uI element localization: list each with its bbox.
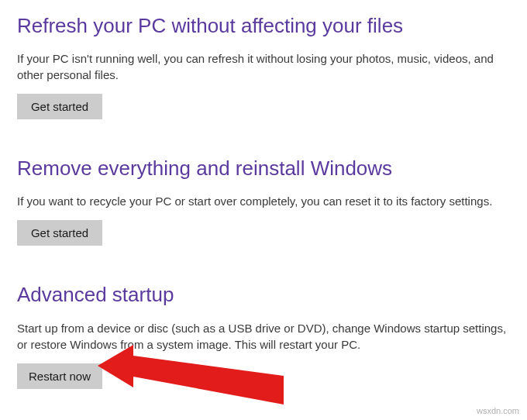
refresh-pc-section: Refresh your PC without affecting your f…	[17, 14, 510, 119]
advanced-startup-section: Advanced startup Start up from a device …	[17, 283, 510, 388]
remove-heading: Remove everything and reinstall Windows	[17, 157, 510, 181]
refresh-description: If your PC isn't running well, you can r…	[17, 50, 510, 83]
advanced-heading: Advanced startup	[17, 283, 510, 307]
refresh-get-started-button[interactable]: Get started	[17, 94, 102, 119]
remove-description: If you want to recycle your PC or start …	[17, 193, 510, 209]
restart-now-button[interactable]: Restart now	[17, 363, 102, 389]
refresh-heading: Refresh your PC without affecting your f…	[17, 14, 510, 38]
watermark-text: wsxdn.com	[477, 406, 519, 415]
remove-everything-section: Remove everything and reinstall Windows …	[17, 157, 510, 246]
advanced-description: Start up from a device or disc (such as …	[17, 320, 510, 353]
remove-get-started-button[interactable]: Get started	[17, 220, 102, 246]
